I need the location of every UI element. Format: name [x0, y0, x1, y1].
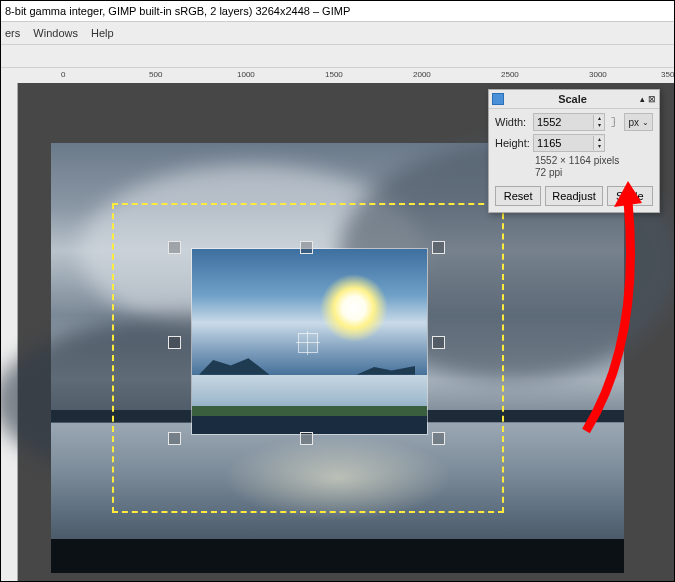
menu-help[interactable]: Help — [91, 27, 114, 39]
toolbar — [1, 45, 674, 68]
scale-info-ppi: 72 ppi — [535, 167, 653, 179]
scale-handle-bm[interactable] — [300, 432, 313, 445]
chevron-down-icon: ⌄ — [642, 118, 649, 127]
dialog-minimize-icon[interactable]: ▴ — [640, 94, 645, 104]
scale-handle-tm[interactable] — [300, 241, 313, 254]
scale-handle-tr[interactable] — [432, 241, 445, 254]
scale-dialog-title: Scale — [508, 93, 637, 105]
scale-handle-tl[interactable] — [168, 241, 181, 254]
scale-dialog: Scale ▴ ⊠ Width: ▴▾ Height: — [488, 89, 660, 213]
reset-button[interactable]: Reset — [495, 186, 541, 206]
gimp-window: 8-bit gamma integer, GIMP built-in sRGB,… — [0, 0, 675, 582]
scale-handle-bl[interactable] — [168, 432, 181, 445]
unit-select[interactable]: px⌄ — [624, 113, 653, 131]
height-input[interactable]: ▴▾ — [533, 134, 605, 152]
dialog-close-icon[interactable]: ⊠ — [648, 94, 656, 104]
scale-button[interactable]: Scale — [607, 186, 653, 206]
scale-handle-ml[interactable] — [168, 336, 181, 349]
scale-dialog-icon — [492, 93, 504, 105]
readjust-button[interactable]: Readjust — [545, 186, 602, 206]
menu-windows[interactable]: Windows — [33, 27, 78, 39]
scale-handle-mr[interactable] — [432, 336, 445, 349]
width-input[interactable]: ▴▾ — [533, 113, 605, 131]
scale-center[interactable] — [298, 333, 318, 353]
menu-filters[interactable]: ers — [5, 27, 20, 39]
menu-bar: ers Windows Help — [1, 22, 674, 45]
chain-link-icon[interactable]: ┐┘ — [608, 113, 620, 131]
width-label: Width: — [495, 116, 533, 128]
window-title: 8-bit gamma integer, GIMP built-in sRGB,… — [1, 1, 674, 22]
scale-handle-br[interactable] — [432, 432, 445, 445]
height-label: Height: — [495, 137, 533, 149]
scale-info-size: 1552 × 1164 pixels — [535, 155, 653, 167]
ruler-vertical — [1, 83, 18, 581]
